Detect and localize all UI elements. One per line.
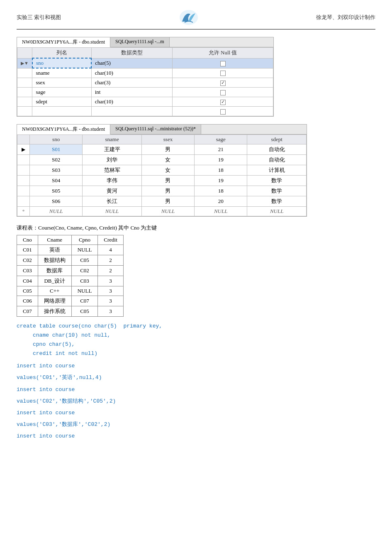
course-row-credit: 2 — [98, 255, 124, 266]
schema-col-type: 数据类型 — [91, 48, 173, 59]
data-row-ssex: 女 — [141, 155, 194, 165]
schema-row-nullable[interactable] — [173, 58, 273, 68]
course-row-cpno: C02 — [71, 266, 98, 276]
schema-row-name — [32, 107, 91, 116]
course-row-cname: DB_设计 — [38, 276, 71, 286]
course-row: C06网络原理C073 — [17, 296, 124, 306]
data-new-row-sname: NULL — [83, 207, 142, 216]
data-row-sname: 李伟 — [83, 176, 142, 186]
page-header: 实验三 索引和视图 徐龙琴、刘双印设计制作 — [17, 8, 375, 29]
schema-row-type — [91, 107, 173, 116]
course-row-cpno: NULL — [71, 286, 98, 296]
schema-table: 列名 数据类型 允许 Null 值 ▶▼snochar(5)snamechar(… — [17, 47, 273, 116]
data-row-ssex: 男 — [141, 176, 194, 186]
schema-tab-2[interactable]: SQLQuery1111.sql -...m — [110, 37, 170, 47]
sql-insert-stmt: insert into course — [17, 362, 375, 371]
schema-col-name: 列名 — [32, 48, 91, 59]
schema-row-nullable[interactable] — [173, 68, 273, 78]
course-table: Cno Cname Cpno Credit C01英语NULL4C02数据结构C… — [17, 235, 124, 317]
schema-row-indicator — [17, 97, 32, 107]
schema-col-nullable: 允许 Null 值 — [173, 48, 273, 59]
schema-row-nullable[interactable] — [173, 107, 273, 116]
data-panel-tabs: NW0DX9GMY1PY6A...库 - dbo.student SQLQuer… — [17, 125, 307, 134]
course-row-cpno: C05 — [71, 306, 98, 317]
course-row-cno: C06 — [17, 296, 38, 306]
data-row-sno: S01 — [30, 144, 83, 155]
sql-create-block: create table course(cno char(5) primary … — [17, 322, 375, 358]
data-row-indicator: ▶ — [17, 144, 30, 155]
data-row-sage: 20 — [195, 196, 247, 207]
data-table: sno sname ssex sage sdept ▶S01王建平男21自动化S… — [17, 134, 307, 216]
schema-row-name: sage — [32, 88, 91, 97]
data-row-sdept: 自动化 — [247, 144, 307, 155]
data-row-sno: S03 — [30, 165, 83, 176]
schema-row-name: sdept — [32, 97, 91, 107]
schema-row-type: int — [91, 88, 173, 97]
sql-insert-values: values('C01','英语',null,4) — [17, 373, 375, 382]
data-row-sname: 长江 — [83, 196, 142, 207]
data-new-row-sdept: NULL — [247, 207, 307, 216]
course-row-cname: 操作系统 — [38, 306, 71, 317]
schema-row-indicator — [17, 78, 32, 88]
schema-row-nullable[interactable] — [173, 97, 273, 107]
data-row: ▶S01王建平男21自动化 — [17, 144, 307, 155]
data-row-indicator — [17, 165, 30, 176]
data-row-sname: 黄河 — [83, 186, 142, 196]
course-row-credit: 3 — [98, 276, 124, 286]
data-row-indicator — [17, 176, 30, 186]
course-col-cname: Cname — [38, 235, 71, 245]
schema-row-indicator — [17, 68, 32, 78]
schema-row-name: ssex — [32, 78, 91, 88]
schema-row-indicator: ▶▼ — [17, 58, 32, 68]
data-new-row-ssex: NULL — [141, 207, 194, 216]
course-row-credit: 4 — [98, 245, 124, 255]
course-row-credit: 3 — [98, 306, 124, 317]
data-row: S04李伟男19数学 — [17, 176, 307, 186]
logo-icon — [178, 8, 200, 27]
course-col-cno: Cno — [17, 235, 38, 245]
course-row: C03数据库C022 — [17, 266, 124, 276]
course-col-cpno: Cpno — [71, 235, 98, 245]
course-row-cname: 网络原理 — [38, 296, 71, 306]
course-row-cname: 数据库 — [38, 266, 71, 276]
schema-row-nullable[interactable] — [173, 88, 273, 97]
course-row-credit: 3 — [98, 296, 124, 306]
course-row-cname: 英语 — [38, 245, 71, 255]
schema-panel-tabs: NW0DX9GMY1PY6A...库 - dbo.student SQLQuer… — [17, 37, 273, 47]
data-col-indicator — [17, 135, 30, 144]
data-row-sno: S04 — [30, 176, 83, 186]
course-row-credit: 2 — [98, 266, 124, 276]
course-row-cname: C++ — [38, 286, 71, 296]
header-left-label: 实验三 索引和视图 — [17, 14, 61, 21]
course-row-cpno: NULL — [71, 245, 98, 255]
data-row: S06长江男20数学 — [17, 196, 307, 207]
course-description: 课程表：Course(Cno, Cname, Cpno, Credeit) 其中… — [17, 224, 375, 232]
data-row-indicator — [17, 186, 30, 196]
course-row: C01英语NULL4 — [17, 245, 124, 255]
data-tab-1[interactable]: NW0DX9GMY1PY6A...库 - dbo.student — [17, 125, 110, 134]
data-row-ssex: 男 — [141, 144, 194, 155]
course-row: C04DB_设计C033 — [17, 276, 124, 286]
schema-col-indicator — [17, 48, 32, 59]
data-row-indicator — [17, 196, 30, 207]
schema-tab-1[interactable]: NW0DX9GMY1PY6A...库 - dbo.student — [17, 37, 110, 47]
data-row-ssex: 男 — [141, 186, 194, 196]
data-row-sage: 18 — [195, 186, 247, 196]
schema-row-type: char(10) — [91, 68, 173, 78]
data-tab-2[interactable]: SQLQuery1111.sql -...ministrator (52))* — [110, 125, 201, 134]
data-new-row: *NULLNULLNULLNULLNULL — [17, 207, 307, 216]
data-row-sno: S06 — [30, 196, 83, 207]
data-new-row-sno: NULL — [30, 207, 83, 216]
sql-insert-stmt: insert into course — [17, 385, 375, 394]
schema-row-nullable[interactable] — [173, 78, 273, 88]
course-row: C07操作系统C053 — [17, 306, 124, 317]
data-col-ssex: ssex — [141, 135, 194, 144]
course-row-cpno: C03 — [71, 276, 98, 286]
sql-insert-stmt: insert into course — [17, 408, 375, 418]
data-row-sage: 19 — [195, 155, 247, 165]
course-row-cno: C05 — [17, 286, 38, 296]
schema-row-name: sno — [32, 58, 91, 68]
data-new-row-indicator: * — [17, 207, 30, 216]
data-row-sage: 21 — [195, 144, 247, 155]
data-panel: NW0DX9GMY1PY6A...库 - dbo.student SQLQuer… — [17, 124, 307, 217]
